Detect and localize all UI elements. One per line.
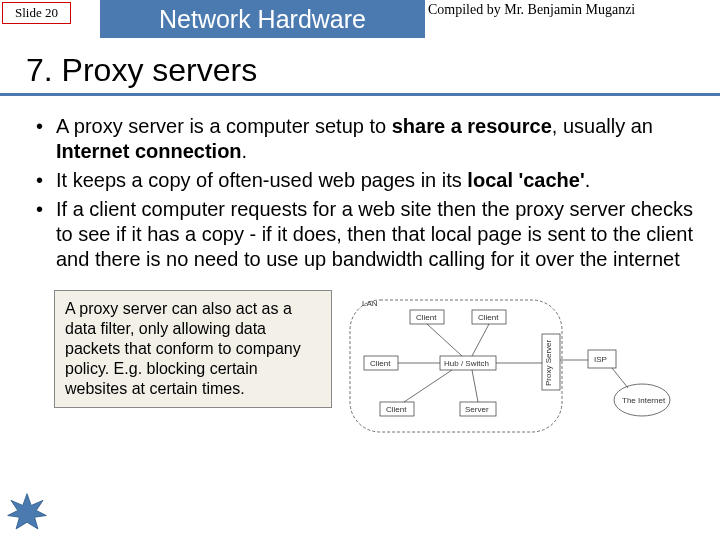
isp-label: ISP — [594, 355, 607, 364]
slide-number-badge: Slide 20 — [2, 2, 71, 24]
callout-box: A proxy server can also act as a data fi… — [54, 290, 332, 408]
client-label: Client — [386, 405, 407, 414]
svg-line-11 — [472, 324, 489, 356]
server-label: Server — [465, 405, 489, 414]
page-title: Network Hardware — [100, 0, 425, 38]
list-item: A proxy server is a computer setup to sh… — [36, 114, 698, 164]
client-label: Client — [416, 313, 437, 322]
header: Slide 20 Network Hardware Compiled by Mr… — [0, 0, 720, 38]
svg-marker-18 — [8, 494, 47, 529]
internet-label: The Internet — [622, 396, 666, 405]
bullet-list: A proxy server is a computer setup to sh… — [36, 114, 698, 272]
client-label: Client — [478, 313, 499, 322]
svg-line-17 — [612, 368, 628, 388]
list-item: If a client computer requests for a web … — [36, 197, 698, 272]
network-diagram: LAN Client Client Client Client Hub / Sw… — [344, 290, 674, 440]
svg-line-13 — [404, 370, 452, 402]
hub-label: Hub / Switch — [444, 359, 489, 368]
svg-line-10 — [427, 324, 462, 356]
divider — [0, 93, 720, 96]
compiled-by: Compiled by Mr. Benjamin Muganzi — [428, 2, 635, 18]
client-label: Client — [370, 359, 391, 368]
star-icon — [6, 492, 48, 534]
list-item: It keeps a copy of often-used web pages … — [36, 168, 698, 193]
lan-label: LAN — [362, 299, 378, 308]
section-heading: 7. Proxy servers — [26, 52, 720, 89]
proxy-label: Proxy Server — [544, 339, 553, 386]
svg-line-14 — [472, 370, 478, 402]
